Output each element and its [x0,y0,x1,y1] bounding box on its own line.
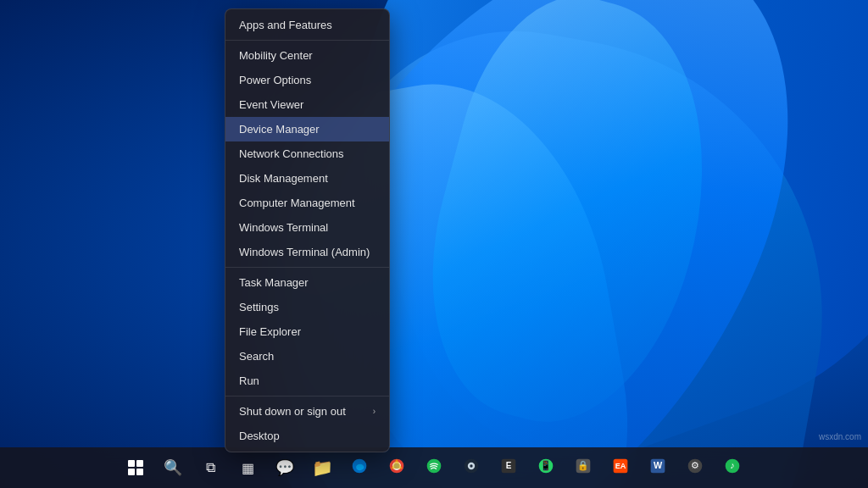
taskbar-epic-icon[interactable]: E [492,451,526,485]
svg-text:EA: EA [615,462,626,470]
menu-item-settings[interactable]: Settings [225,295,389,319]
taskbar-start-button[interactable] [119,451,153,485]
settings-app-icon: ⚙ [687,458,704,479]
menu-separator [225,267,389,268]
windows-logo-icon [128,460,143,475]
spotify2-icon: ♪ [724,458,741,479]
svg-point-7 [470,464,472,467]
menu-item-run[interactable]: Run [225,369,389,393]
menu-item-network-connections[interactable]: Network Connections [225,141,389,166]
menu-item-device-manager[interactable]: Device Manager [225,117,389,141]
taskbar-steam-icon[interactable] [454,451,488,485]
search-icon: 🔍 [164,458,182,477]
menu-item-disk-management[interactable]: Disk Management [225,166,389,191]
svg-text:⚙: ⚙ [691,460,699,470]
menu-item-computer-management[interactable]: Computer Management [225,191,389,215]
taskbar-file-explorer-icon[interactable]: 📁 [305,451,339,485]
menu-item-mobility-center[interactable]: Mobility Center [225,43,389,68]
edge-icon [351,458,368,479]
taskbar-chrome-icon[interactable] [380,451,414,485]
taskbar-spotify2-icon[interactable]: ♪ [715,451,749,485]
svg-text:🔒: 🔒 [577,459,589,471]
taskbar-spotify-icon[interactable] [417,451,451,485]
taskbar-widgets-button[interactable]: ▦ [231,451,264,485]
svg-text:♪: ♪ [730,460,734,470]
steam-icon [463,458,480,479]
spotify-icon [426,458,442,479]
file-explorer-icon: 📁 [312,458,333,478]
taskbar-ea-icon[interactable]: EA [604,451,637,485]
menu-separator [225,396,389,396]
watermark: wsxdn.com [819,432,861,441]
menu-separator [225,40,389,41]
ea-icon: EA [612,458,629,479]
epic-icon: E [500,458,517,479]
menu-item-event-viewer[interactable]: Event Viewer [225,92,389,117]
taskbar-task-view-button[interactable]: ⧉ [193,451,227,485]
whatsapp-icon: 📱 [537,458,554,479]
context-menu: Apps and FeaturesMobility CenterPower Op… [225,8,390,452]
svg-text:📱: 📱 [540,459,552,471]
task-view-icon: ⧉ [206,460,215,475]
menu-item-search[interactable]: Search [225,344,389,369]
chrome-icon [388,458,405,479]
chat-icon: 💬 [275,458,294,477]
menu-item-task-manager[interactable]: Task Manager [225,270,389,295]
taskbar-lock-app-icon[interactable]: 🔒 [566,451,600,485]
menu-item-shut-down-sign-out[interactable]: Shut down or sign out› [225,399,389,424]
menu-item-windows-terminal[interactable]: Windows Terminal [225,215,389,240]
menu-item-file-explorer[interactable]: File Explorer [225,319,389,344]
taskbar-search-button[interactable]: 🔍 [156,451,190,485]
menu-item-apps-features[interactable]: Apps and Features [225,13,389,37]
svg-text:E: E [506,461,512,470]
taskbar-word-icon[interactable]: W [641,451,675,485]
taskbar-edge-icon[interactable] [342,451,376,485]
svg-text:W: W [654,460,663,470]
lock-app-icon: 🔒 [575,458,592,479]
taskbar: 🔍⧉▦💬📁E📱🔒EAW⚙♪ [0,447,868,488]
word-icon: W [649,458,666,479]
taskbar-chat-button[interactable]: 💬 [268,451,302,485]
menu-item-desktop[interactable]: Desktop [225,424,389,448]
taskbar-settings-app-icon[interactable]: ⚙ [678,451,712,485]
widgets-icon: ▦ [242,460,254,476]
wallpaper [0,0,868,488]
submenu-arrow-icon: › [373,407,376,416]
menu-item-power-options[interactable]: Power Options [225,68,389,92]
menu-item-windows-terminal-admin[interactable]: Windows Terminal (Admin) [225,240,389,264]
taskbar-whatsapp-icon[interactable]: 📱 [529,451,563,485]
